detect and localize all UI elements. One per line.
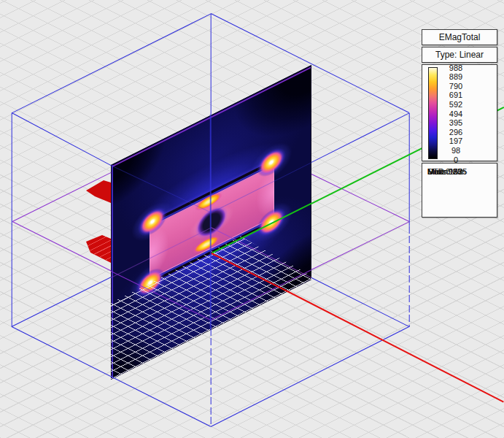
colorbar-tick-label: 197 (440, 137, 472, 145)
box-edge-bottom-back-left (111, 227, 212, 277)
colorbar-tick-label: 395 (440, 119, 472, 127)
substrate-edge-front-left (111, 271, 212, 320)
legend-title: EMagTotal (422, 29, 497, 45)
legend-scale-type: Type: Linear (422, 47, 497, 63)
colorbar-tick-label: 889 (440, 73, 472, 81)
axis-z-line (210, 115, 212, 329)
colorbar-tick-label: 988 (440, 64, 472, 72)
box-edge-bottom-back-right (211, 227, 312, 278)
viewport-3d[interactable]: EMagTotal Type: Linear 98888979069159249… (0, 0, 504, 438)
box-edge-top-front-right (211, 162, 312, 213)
box-edge-top-front-left (111, 165, 212, 213)
axis-x-line (287, 291, 504, 402)
box-edge-vertical-right (408, 113, 409, 226)
axis-x-line (212, 253, 288, 292)
legend-colorbar-panel: 988889790691592494395296197980 (422, 64, 497, 161)
legend-stat-line: STD: 152 (427, 167, 463, 177)
box-edge-top-back-right (211, 13, 410, 113)
box-edge-bottom-front-left (12, 326, 212, 427)
legend-stats-panel: Max: 988Min: 0Units: V/mMean: 235STD: 15… (422, 163, 497, 218)
colorbar-labels: 988889790691592494395296197980 (422, 65, 497, 161)
colorbar-tick-label: 790 (440, 82, 472, 91)
box-edge-bottom-front-right (211, 326, 410, 427)
colorbar-tick-label: 296 (440, 128, 472, 137)
colorbar-tick-label: 494 (440, 110, 472, 118)
box-edge-vertical-front (210, 328, 211, 427)
colorbar-tick-label: 691 (440, 91, 472, 99)
colorbar-tick-label: 592 (440, 101, 472, 109)
box-edge-top-front-right (311, 112, 410, 163)
box-edge-vertical-back (210, 14, 211, 115)
box-edge-top-back-left (12, 13, 212, 113)
substrate-edge-front-right (211, 269, 312, 320)
box-edge-vertical-left (11, 113, 12, 327)
substrate-edge-front-right (311, 221, 410, 270)
box-edge-bottom-back-left (12, 277, 112, 328)
box-edge-top-front-left (12, 112, 112, 166)
substrate-edge-back-right (311, 174, 410, 222)
substrate-edge-back-left (12, 172, 112, 222)
axis-y-line (212, 203, 312, 254)
colorbar-tick-label: 98 (440, 147, 472, 155)
box-edge-bottom-back-right (311, 277, 410, 327)
box-edge-vertical-right (408, 226, 409, 327)
